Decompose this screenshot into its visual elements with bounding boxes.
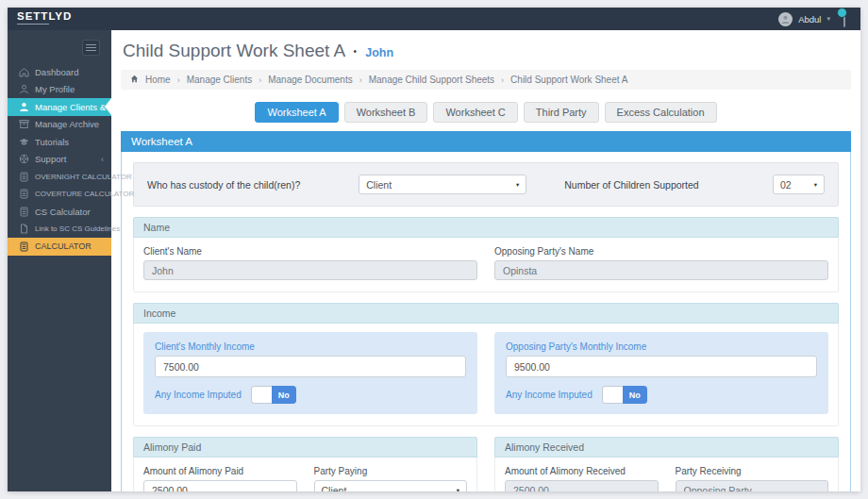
toggle-knob [251, 386, 272, 404]
toggle-state: No [272, 386, 296, 404]
children-supported-value: 02 [780, 179, 792, 191]
page-title-text: Child Support Work Sheet A [123, 41, 344, 60]
user-solid-icon [19, 102, 29, 112]
alimony-received-header: Alimony Received [494, 437, 839, 457]
archive-icon [19, 119, 29, 129]
tab-worksheet-b[interactable]: Worksheet B [344, 102, 428, 123]
tab-worksheet-a[interactable]: Worksheet A [255, 102, 338, 123]
alimony-received-amount-input[interactable] [505, 480, 659, 491]
sidebar-item-label: Tutorials [35, 137, 69, 147]
menu-icon [86, 44, 96, 45]
custody-label: Who has custody of the child(ren)? [147, 179, 300, 191]
party-receiving-label: Party Receiving [676, 466, 829, 476]
support-icon [19, 154, 29, 164]
sidebar-item-manage-clients-docs[interactable]: Manage Clients & Docs [8, 98, 111, 116]
party-paying-select[interactable]: Client ▾ [314, 480, 468, 491]
opposing-name-input[interactable] [494, 260, 828, 280]
user-icon [19, 84, 29, 94]
client-imputed-toggle[interactable]: No [251, 386, 296, 404]
sidebar-item-coverture-calculator[interactable]: COVERTURE CALCULATOR [8, 186, 111, 204]
toggle-knob [602, 386, 623, 404]
notification-dot [837, 8, 847, 18]
sidebar-item-label: Manage Archive [35, 119, 99, 129]
sidebar-toggle-button[interactable] [82, 40, 100, 56]
client-name-label: Client's Name [143, 246, 477, 257]
custody-select[interactable]: Client ▾ [359, 175, 526, 194]
home-icon [19, 67, 29, 77]
file-icon [19, 224, 29, 234]
client-income-label: Client's Monthly Income [155, 341, 466, 352]
sidebar-item-my-profile[interactable]: My Profile [8, 81, 111, 99]
children-supported-select[interactable]: 02 ▾ [773, 175, 825, 194]
client-name-link[interactable]: John [365, 46, 393, 59]
worksheet-a-panel: Worksheet A Who has custody of the child… [121, 131, 851, 491]
avatar[interactable] [778, 12, 793, 26]
children-supported-label: Number of Children Supported [564, 179, 698, 191]
sidebar-item-overnight-calculator[interactable]: OVERNIGHT CALCULATOR [8, 168, 111, 186]
chevron-left-icon: ‹ [101, 155, 104, 164]
topbar-user-area: Abdul ▾ [778, 10, 851, 27]
opposing-imputed-toggle[interactable]: No [602, 386, 647, 404]
tab-worksheet-c[interactable]: Worksheet C [433, 102, 517, 123]
alimony-paid-amount-label: Amount of Alimony Paid [143, 466, 297, 476]
breadcrumb-separator: › [501, 75, 504, 85]
title-separator: • [353, 46, 357, 57]
party-paying-value: Client [322, 485, 347, 492]
sidebar-item-dashboard[interactable]: Dashboard [8, 63, 111, 81]
breadcrumb-item[interactable]: Manage Child Support Sheets [369, 75, 494, 85]
user-name[interactable]: Abdul [798, 14, 821, 25]
sidebar-item-label: Link to SC CS Guidelines [35, 225, 120, 233]
sidebar-item-tutorials[interactable]: Tutorials [8, 133, 111, 151]
sidebar-item-label: Support [35, 154, 66, 164]
select-caret-icon: ▾ [814, 181, 817, 189]
sidebar-item-label: CALCULATOR [35, 241, 92, 251]
select-caret-icon: ▾ [516, 181, 519, 189]
alimony-received-section: Alimony Received Amount of Alimony Recei… [494, 437, 839, 491]
calculator-icon [19, 172, 29, 182]
chevron-down-icon[interactable]: ▾ [826, 15, 830, 23]
breadcrumb-item[interactable]: Home [145, 75, 171, 85]
breadcrumb-item[interactable]: Manage Documents [268, 75, 353, 85]
alimony-paid-header: Alimony Paid [133, 437, 477, 457]
breadcrumb-item-current: Child Support Work Sheet A [510, 75, 627, 85]
graduation-cap-icon [19, 137, 29, 147]
tab-third-party[interactable]: Third Party [524, 102, 599, 123]
breadcrumb-item[interactable]: Manage Clients [187, 75, 252, 85]
client-imputed-label: Any Income Imputed [155, 390, 242, 400]
logout-button[interactable] [843, 10, 845, 27]
topbar: SETTLYD Abdul ▾ [8, 8, 860, 30]
tab-excess-calculation[interactable]: Excess Calculation [605, 102, 717, 123]
opposing-income-label: Opposing Party's Monthly Income [506, 341, 817, 352]
app-logo[interactable]: SETTLYD [17, 11, 72, 27]
name-section: Name Client's Name Opposing Party's Name [133, 217, 839, 292]
opposing-income-box: Opposing Party's Monthly Income Any Inco… [494, 332, 828, 414]
worksheet-tabs: Worksheet A Worksheet B Worksheet C Thir… [121, 102, 851, 123]
opposing-name-label: Opposing Party's Name [494, 246, 828, 257]
sidebar-item-link-sc-cs-guidelines[interactable]: Link to SC CS Guidelines [8, 221, 111, 239]
custody-row: Who has custody of the child(ren)? Clien… [133, 162, 839, 207]
alimony-paid-amount-input[interactable] [143, 480, 297, 491]
opposing-income-input[interactable] [506, 356, 817, 377]
sidebar-item-label: OVERNIGHT CALCULATOR [35, 173, 132, 181]
sidebar-item-calculator[interactable]: CALCULATOR [8, 238, 111, 256]
sidebar-item-manage-archive[interactable]: Manage Archive [8, 116, 111, 134]
client-name-input[interactable] [143, 260, 477, 280]
alimony-paid-section: Alimony Paid Amount of Alimony Paid Part… [133, 437, 477, 491]
main-content: Child Support Work Sheet A • John Home ›… [111, 30, 860, 491]
sidebar-item-cs-calculator[interactable]: CS Calculator [8, 203, 111, 221]
sidebar-item-label: Manage Clients & Docs [35, 102, 128, 112]
sidebar-item-label: CS Calculator [35, 207, 91, 217]
client-income-input[interactable] [155, 356, 466, 377]
sidebar-item-support[interactable]: Support ‹ [8, 151, 111, 169]
income-section: Income Client's Monthly Income Any Incom… [133, 303, 839, 426]
breadcrumb-separator: › [359, 75, 362, 85]
panel-header: Worksheet A [121, 131, 851, 152]
party-receiving-input[interactable] [676, 480, 829, 491]
client-income-box: Client's Monthly Income Any Income Imput… [143, 332, 477, 414]
alimony-received-amount-label: Amount of Alimony Received [505, 466, 659, 476]
custody-select-value: Client [366, 179, 392, 191]
sidebar: Dashboard My Profile Manage Clients & Do… [8, 30, 111, 491]
sidebar-item-label: My Profile [35, 84, 75, 94]
name-section-header: Name [133, 217, 839, 238]
select-caret-icon: ▾ [457, 487, 459, 492]
